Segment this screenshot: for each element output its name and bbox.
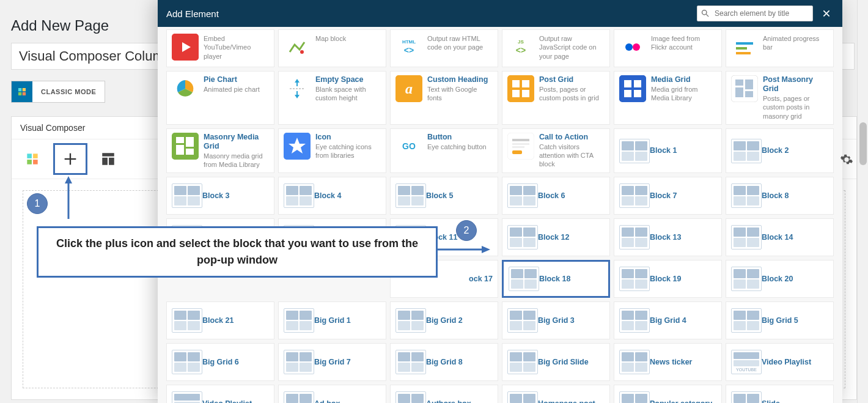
- svg-rect-34: [512, 90, 520, 97]
- element-output-raw-html-code-on-your-page[interactable]: HTML<> Output raw HTML code on your page: [390, 29, 498, 67]
- element-icon: [395, 183, 426, 208]
- element-homepage-post[interactable]: Homepage post: [502, 385, 610, 403]
- element-icon: [172, 308, 202, 333]
- element-news-ticker[interactable]: News ticker: [614, 343, 722, 381]
- element-icon: [731, 34, 763, 61]
- gear-icon[interactable]: [840, 153, 853, 166]
- element-title: Video Playlist: [762, 358, 828, 367]
- element-post-grid[interactable]: Post Grid Posts, pages or custom posts i…: [502, 71, 610, 125]
- element-icon: [172, 183, 202, 208]
- element-block-5[interactable]: Block 5: [390, 177, 498, 215]
- svg-rect-20: [736, 47, 747, 50]
- element-authors-box[interactable]: Authors box: [390, 385, 498, 403]
- element-title: Empty Space: [315, 75, 381, 84]
- svg-point-8: [300, 50, 304, 54]
- element-icon: [619, 308, 650, 333]
- element-icon: [507, 391, 538, 403]
- element-block-6[interactable]: Block 6: [502, 177, 610, 215]
- add-element-button[interactable]: [53, 143, 87, 175]
- element-block-12[interactable]: Block 12: [502, 218, 610, 256]
- element-big-grid-slide[interactable]: Big Grid Slide: [502, 343, 610, 381]
- element-block-3[interactable]: Block 3: [166, 177, 274, 215]
- element-custom-heading[interactable]: a Custom Heading Text with Google fonts: [390, 71, 498, 125]
- element-video-playlist[interactable]: VIMEO Video Playlist: [166, 385, 274, 403]
- search-input[interactable]: [697, 6, 813, 21]
- element-block-21[interactable]: Block 21: [166, 301, 274, 339]
- element-desc: Animated progress bar: [763, 34, 828, 52]
- element-button[interactable]: GO Button Eye catching button: [390, 128, 498, 174]
- element-block-8[interactable]: Block 8: [726, 177, 834, 215]
- element-animated-progress-bar[interactable]: Animated progress bar: [726, 29, 834, 67]
- element-title: Block 8: [762, 191, 828, 201]
- element-icon[interactable]: Icon Eye catching icons from libraries: [278, 128, 386, 174]
- svg-rect-46: [172, 133, 199, 160]
- element-big-grid-2[interactable]: Big Grid 2: [390, 301, 498, 339]
- element-block-13[interactable]: Block 13: [614, 218, 722, 256]
- element-title: Big Grid 5: [762, 316, 828, 325]
- element-embed-youtube-vimeo-player[interactable]: Embed YouTube/Vimeo player: [166, 29, 274, 67]
- element-title: Custom Heading: [427, 75, 493, 84]
- search-wrap: [697, 6, 813, 21]
- element-masonry-media-grid[interactable]: Masonry Media Grid Masonry media grid fr…: [166, 128, 274, 174]
- element-icon: [619, 34, 651, 61]
- element-icon: [619, 391, 650, 403]
- element-call-to-action[interactable]: Call to Action Catch visitors attention …: [502, 128, 610, 174]
- element-block-7[interactable]: Block 7: [614, 177, 722, 215]
- element-block-14[interactable]: Block 14: [726, 218, 834, 256]
- close-button[interactable]: [819, 6, 834, 21]
- element-title: Big Grid 6: [202, 358, 269, 367]
- element-media-grid[interactable]: Media Grid Media grid from Media Library: [614, 71, 722, 125]
- element-desc: Embed YouTube/Vimeo player: [204, 34, 269, 61]
- element-block-20[interactable]: Block 20: [726, 260, 834, 298]
- element-icon: [284, 75, 315, 102]
- element-big-grid-5[interactable]: Big Grid 5: [726, 301, 834, 339]
- element-pie-chart[interactable]: Pie Chart Animated pie chart: [166, 71, 274, 125]
- element-ad-box[interactable]: Ad box: [278, 385, 386, 403]
- svg-rect-49: [176, 145, 184, 155]
- element-output-raw-javascript-code-on-your-page[interactable]: JS<> Output raw JavaScript code on your …: [502, 29, 610, 67]
- svg-rect-56: [512, 139, 529, 141]
- element-big-grid-3[interactable]: Big Grid 3: [502, 301, 610, 339]
- templates-button[interactable]: [91, 143, 125, 175]
- element-popular-category[interactable]: Popular category: [614, 385, 722, 403]
- element-title: Homepage post: [538, 399, 605, 403]
- vc-logo-button[interactable]: [15, 143, 50, 175]
- element-icon: [731, 267, 762, 291]
- element-block-19[interactable]: Block 19: [614, 260, 722, 298]
- element-slide[interactable]: Slide: [726, 385, 834, 403]
- scrollbar-thumb[interactable]: [859, 122, 867, 165]
- element-empty-space[interactable]: Empty Space Blank space with custom heig…: [278, 71, 386, 125]
- element-big-grid-8[interactable]: Big Grid 8: [390, 343, 498, 381]
- element-video-playlist[interactable]: YOUTUBE Video Playlist: [726, 343, 834, 381]
- element-block-18[interactable]: Block 18: [502, 260, 610, 298]
- element-icon: VIMEO: [172, 391, 202, 403]
- element-big-grid-7[interactable]: Big Grid 7: [278, 343, 386, 381]
- element-big-grid-1[interactable]: Big Grid 1: [278, 301, 386, 339]
- element-desc: Animated pie chart: [204, 85, 269, 94]
- modal-body[interactable]: Embed YouTube/Vimeo player Map block HTM…: [158, 27, 842, 403]
- page-scrollbar[interactable]: [857, 0, 868, 403]
- element-icon: [507, 225, 538, 250]
- element-icon: GO: [395, 133, 427, 160]
- element-big-grid-6[interactable]: Big Grid 6: [166, 343, 274, 381]
- svg-rect-40: [634, 90, 641, 97]
- element-title: Block 19: [650, 275, 716, 284]
- element-title: Block 5: [426, 191, 493, 201]
- element-post-masonry-grid[interactable]: Post Masonry Grid Posts, pages or custom…: [726, 71, 834, 125]
- element-title: News ticker: [650, 358, 716, 367]
- element-icon: [284, 133, 315, 160]
- element-title: Big Grid Slide: [538, 358, 605, 367]
- element-icon: [731, 225, 762, 250]
- element-map-block[interactable]: Map block: [278, 29, 386, 67]
- classic-mode-button[interactable]: CLASSIC MODE: [11, 81, 105, 103]
- element-block-1[interactable]: Block 1: [614, 128, 722, 174]
- element-block-2[interactable]: Block 2: [726, 128, 834, 174]
- element-title: Popular category: [650, 399, 716, 403]
- element-big-grid-4[interactable]: Big Grid 4: [614, 301, 722, 339]
- element-image-feed-from-flickr-account[interactable]: Image feed from Flickr account: [614, 29, 722, 67]
- svg-rect-39: [624, 90, 631, 97]
- element-title: Big Grid 3: [538, 316, 605, 325]
- element-icon: [731, 139, 762, 163]
- element-block-4[interactable]: Block 4: [278, 177, 386, 215]
- element-icon: [172, 133, 204, 160]
